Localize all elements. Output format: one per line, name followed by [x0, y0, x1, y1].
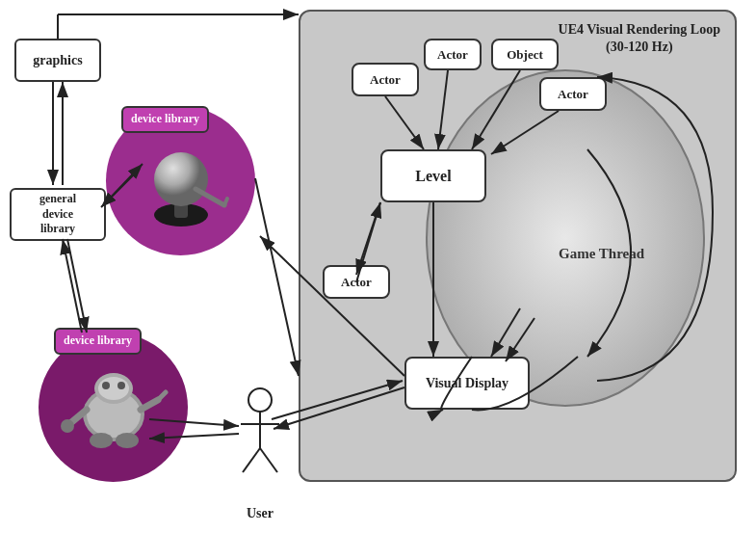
actor-node-middle: Actor: [323, 265, 390, 299]
svg-line-22: [243, 448, 260, 472]
general-device-library-node: generaldevicelibrary: [10, 188, 106, 241]
ue4-title: UE4 Visual Rendering Loop (30-120 Hz): [559, 21, 720, 56]
svg-line-14: [158, 392, 166, 400]
svg-point-12: [61, 419, 74, 433]
graphics-node: graphics: [14, 39, 101, 82]
svg-point-9: [102, 382, 110, 389]
svg-line-13: [141, 400, 158, 410]
user-label: User: [231, 506, 289, 521]
game-thread-label: Game Thread: [559, 246, 644, 262]
device-library-top-label: device library: [121, 106, 209, 133]
object-node: Object: [491, 39, 559, 70]
svg-line-29: [63, 239, 82, 333]
svg-point-10: [117, 382, 125, 389]
visual-display-node: Visual Display: [404, 357, 530, 410]
magnifier-device-icon: [123, 123, 239, 239]
svg-line-4: [224, 199, 227, 205]
diagram-container: UE4 Visual Rendering Loop (30-120 Hz) Ga…: [0, 0, 756, 533]
svg-line-28: [67, 239, 87, 333]
svg-point-19: [248, 388, 272, 412]
svg-point-15: [90, 433, 113, 448]
svg-point-16: [116, 433, 139, 448]
actor-node-top-right: Actor: [539, 77, 607, 111]
robot-device-icon: [58, 352, 169, 463]
actor-node-top-center: Actor: [424, 39, 482, 70]
svg-line-32: [255, 178, 299, 376]
device-library-bottom-label: device library: [54, 328, 142, 355]
level-node: Level: [380, 149, 486, 202]
svg-line-23: [260, 448, 277, 472]
svg-point-2: [154, 152, 208, 206]
svg-point-8: [98, 377, 129, 400]
device-circle-bottom: [39, 333, 188, 482]
actor-node-top-left: Actor: [352, 63, 419, 96]
